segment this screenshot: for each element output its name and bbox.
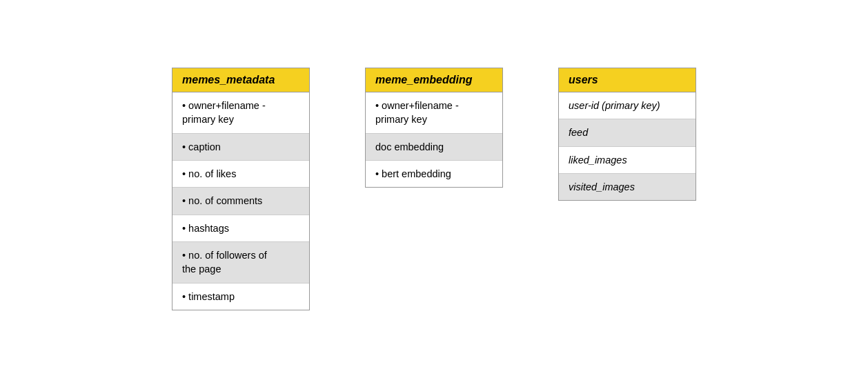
table-header-memes_metadata: memes_metadata (172, 68, 309, 92)
table-row: feed (559, 119, 696, 146)
table-row: • no. of comments (172, 188, 309, 215)
table-row: • no. of followers of the page (172, 242, 309, 284)
table-row: liked_images (559, 147, 696, 174)
table-row: visited_images (559, 174, 696, 200)
table-row: • caption (172, 134, 309, 161)
table-meme_embedding: meme_embedding• owner+filename - primary… (365, 68, 503, 188)
table-row: doc embedding (366, 134, 502, 161)
table-row: • timestamp (172, 284, 309, 310)
diagram-container: memes_metadata• owner+filename - primary… (144, 40, 724, 338)
table-row: • hashtags (172, 215, 309, 242)
table-row: • owner+filename - primary key (366, 92, 502, 134)
table-users: usersuser-id (primary key)feedliked_imag… (558, 68, 696, 201)
table-header-meme_embedding: meme_embedding (366, 68, 502, 92)
table-header-users: users (559, 68, 696, 92)
table-row: user-id (primary key) (559, 92, 696, 119)
table-memes_metadata: memes_metadata• owner+filename - primary… (172, 68, 310, 310)
table-row: • bert embedding (366, 161, 502, 187)
table-row: • no. of likes (172, 161, 309, 188)
table-row: • owner+filename - primary key (172, 92, 309, 134)
